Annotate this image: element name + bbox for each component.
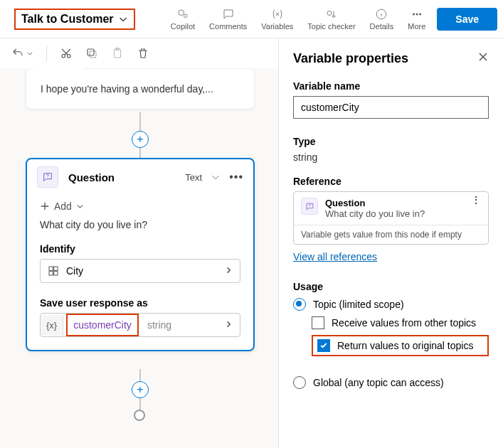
delete-button[interactable] — [137, 47, 149, 60]
cut-icon — [60, 47, 73, 60]
panel-title: Variable properties — [293, 51, 489, 66]
svg-point-6 — [419, 13, 420, 14]
end-node — [134, 410, 145, 421]
variables-label: Variables — [261, 22, 293, 31]
variable-properties-panel: Variable properties Variable name Type s… — [278, 38, 503, 448]
copilot-button[interactable]: Copilot — [168, 6, 198, 32]
cut-button[interactable] — [60, 47, 73, 60]
copilot-label: Copilot — [171, 22, 195, 31]
type-label: Type — [293, 136, 489, 147]
comments-icon — [222, 8, 235, 21]
comments-label: Comments — [209, 22, 247, 31]
top-bar: Talk to Customer Copilot Comments Variab… — [0, 0, 503, 38]
copy-icon — [85, 47, 98, 60]
variable-name-input[interactable] — [293, 96, 489, 119]
identify-value: City — [66, 265, 83, 277]
close-button[interactable] — [477, 51, 489, 66]
reference-card[interactable]: Question What city do you live in? ⋮ Var… — [293, 191, 489, 245]
question-header: Question Text ••• — [27, 159, 253, 195]
chevron-down-icon — [26, 47, 33, 60]
chevron-right-icon — [224, 320, 233, 329]
radio-icon — [293, 298, 306, 311]
comments-button[interactable]: Comments — [206, 6, 250, 32]
identify-picker[interactable]: City — [40, 259, 240, 283]
more-icon — [411, 8, 423, 21]
details-icon — [375, 8, 388, 21]
question-node[interactable]: Question Text ••• Add What city do you l… — [26, 158, 255, 351]
paste-button[interactable] — [111, 47, 124, 60]
details-button[interactable]: Details — [367, 6, 397, 32]
svg-point-2 — [327, 11, 332, 15]
save-as-label: Save user response as — [40, 297, 240, 309]
svg-point-4 — [413, 13, 414, 14]
save-button[interactable]: Save — [437, 8, 497, 31]
radio-icon — [293, 376, 306, 389]
panel-title-text: Variable properties — [293, 51, 408, 66]
details-label: Details — [370, 22, 394, 31]
chevron-down-icon[interactable] — [211, 172, 221, 182]
reference-type: Question — [325, 198, 425, 208]
identify-label: Identify — [40, 243, 240, 255]
scope-topic-radio[interactable]: Topic (limited scope) — [293, 298, 489, 311]
copy-button[interactable] — [85, 47, 98, 60]
return-label: Return values to original topics — [337, 340, 473, 351]
question-prompt[interactable]: What city do you live in? — [40, 219, 240, 230]
scope-global-radio[interactable]: Global (any topic can access) — [293, 376, 489, 389]
topic-checker-icon — [325, 8, 338, 21]
delete-icon — [137, 47, 149, 60]
undo-button[interactable] — [11, 47, 33, 60]
add-variation-button[interactable]: Add — [40, 201, 240, 212]
more-button[interactable]: More — [405, 6, 428, 32]
reference-text: What city do you live in? — [325, 208, 425, 219]
question-title: Question — [68, 171, 115, 183]
chevron-down-icon — [118, 14, 128, 24]
svg-rect-9 — [90, 51, 96, 58]
variable-name-label: Variable name — [293, 80, 489, 92]
type-value: string — [293, 151, 489, 163]
copilot-icon — [176, 8, 189, 21]
close-icon — [477, 51, 489, 63]
chevron-right-icon — [224, 266, 233, 274]
variables-icon — [271, 8, 284, 21]
message-node[interactable]: I hope you're having a wonderful day,... — [26, 68, 255, 110]
reference-more-icon[interactable]: ⋮ — [471, 198, 481, 202]
add-label: Add — [54, 201, 72, 212]
scope-global-label: Global (any topic can access) — [313, 377, 444, 388]
svg-rect-14 — [54, 267, 58, 270]
view-all-references-link[interactable]: View all references — [293, 251, 377, 262]
message-text: I hope you're having a wonderful day,... — [41, 83, 213, 95]
reference-note: Variable gets value from this node if em… — [294, 225, 488, 244]
svg-point-1 — [184, 14, 187, 18]
more-label: More — [408, 22, 425, 31]
variable-picker[interactable]: {x} customerCity string — [40, 313, 240, 337]
topic-name-dropdown[interactable]: Talk to Customer — [14, 9, 135, 30]
variable-name: customerCity — [66, 314, 139, 336]
return-values-checkbox[interactable]: Return values to original topics — [312, 335, 489, 356]
chevron-down-icon — [76, 201, 84, 211]
undo-icon — [11, 47, 24, 60]
variables-button[interactable]: Variables — [258, 6, 296, 32]
svg-rect-15 — [49, 272, 53, 275]
variable-token-icon: {x} — [41, 315, 63, 336]
topic-checker-label: Topic checker — [307, 22, 355, 31]
question-icon — [37, 166, 58, 188]
question-icon — [301, 198, 318, 215]
add-node-button[interactable]: + — [132, 381, 149, 398]
variable-type: string — [142, 315, 177, 335]
output-type-label[interactable]: Text — [185, 172, 202, 183]
svg-point-5 — [416, 13, 418, 14]
receive-label: Receive values from other topics — [332, 317, 476, 329]
svg-rect-10 — [88, 49, 94, 55]
checkbox-icon — [317, 339, 330, 352]
node-more-icon[interactable]: ••• — [229, 171, 243, 183]
add-node-button[interactable]: + — [132, 131, 149, 148]
svg-rect-16 — [54, 272, 58, 275]
svg-rect-13 — [49, 267, 53, 270]
scope-topic-label: Topic (limited scope) — [313, 299, 404, 310]
checkbox-icon — [312, 316, 324, 329]
entity-icon — [48, 265, 59, 277]
topic-name-label: Talk to Customer — [21, 13, 114, 26]
plus-icon — [40, 201, 50, 211]
receive-values-checkbox[interactable]: Receive values from other topics — [312, 316, 489, 329]
topic-checker-button[interactable]: Topic checker — [305, 6, 358, 32]
